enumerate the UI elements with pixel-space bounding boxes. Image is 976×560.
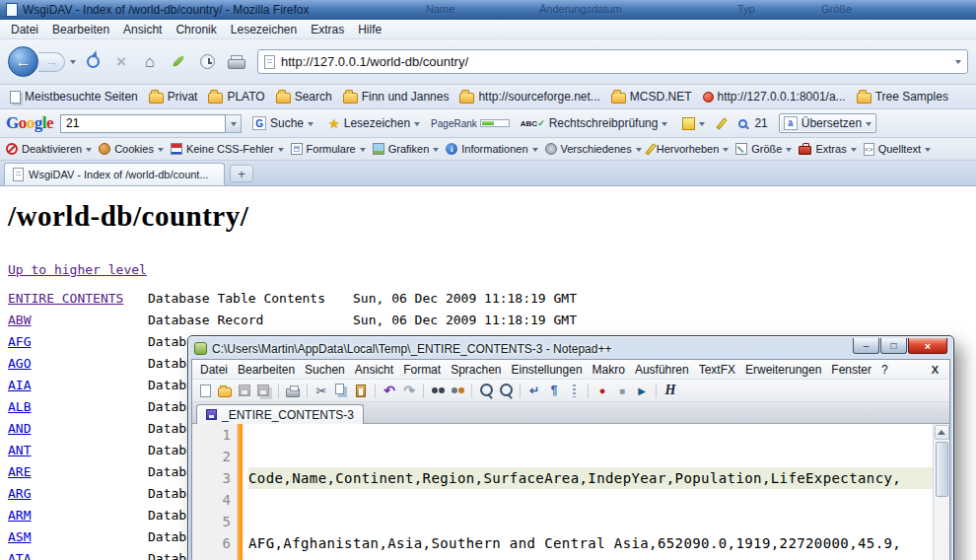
url-bar[interactable]: http://127.0.0.1/world-db/country/ — [257, 49, 968, 74]
history-dropdown-icon[interactable] — [70, 60, 76, 67]
notepadpp-titlebar[interactable]: C:\Users\Martin\AppData\Local\Temp\_ENTI… — [191, 338, 950, 359]
replace-button[interactable] — [449, 382, 466, 399]
np-menu-erweiterungen[interactable]: Erweiterungen — [740, 361, 826, 379]
bookmark-folder-privat[interactable]: Privat — [145, 88, 202, 105]
back-button[interactable] — [8, 46, 38, 77]
close-button[interactable]: × — [908, 338, 947, 354]
autofill-button[interactable] — [678, 115, 709, 132]
webdev-hervorheben[interactable]: Hervorheben — [649, 143, 730, 156]
open-file-button[interactable] — [216, 382, 234, 399]
bookmark-folder-plato[interactable]: PLATO — [204, 88, 268, 105]
entry-link[interactable]: ASM — [8, 529, 31, 544]
entry-link[interactable]: AND — [8, 421, 31, 436]
menu-datei[interactable]: Datei — [4, 21, 45, 38]
np-menu-makro[interactable]: Makro — [588, 361, 630, 379]
record-macro-button[interactable] — [593, 382, 611, 399]
maximize-button[interactable]: □ — [880, 338, 907, 354]
editor-area[interactable]: 1 2 3 4 5 6 Code,Name,Continent,Region,S… — [192, 424, 949, 560]
history-clock-button[interactable] — [195, 50, 219, 74]
vertical-scrollbar[interactable] — [933, 424, 949, 560]
menu-extras[interactable]: Extras — [304, 21, 351, 38]
entry-link[interactable]: AFG — [8, 334, 31, 349]
webdev-informationen[interactable]: iInformationen — [446, 143, 537, 155]
np-menu-textfx[interactable]: TextFX — [694, 361, 740, 379]
show-all-chars-button[interactable] — [545, 382, 563, 399]
google-search-dropdown[interactable] — [226, 114, 242, 133]
redo-button[interactable] — [400, 382, 418, 399]
menu-bearbeiten[interactable]: Bearbeiten — [45, 21, 116, 38]
google-search-button[interactable]: GSuche — [248, 114, 317, 132]
np-menu-help[interactable]: ? — [876, 361, 893, 379]
document-tab[interactable]: _ENTIRE_CONTENTS-3 — [196, 404, 364, 424]
highlighter-button[interactable] — [716, 115, 728, 132]
paste-button[interactable] — [352, 382, 370, 399]
webdev-cookies[interactable]: Cookies — [99, 143, 164, 155]
np-menubar-close[interactable]: X — [924, 364, 946, 376]
entry-link[interactable]: ATA — [8, 551, 31, 560]
webdev-css[interactable]: Keine CSS-Fehler — [171, 143, 284, 155]
webdev-verschiedenes[interactable]: Verschiedenes — [545, 143, 642, 155]
webdev-groesse[interactable]: Größe — [735, 143, 792, 155]
bookmark-localhost-8001[interactable]: http://127.0.0.1:8001/a... — [699, 88, 850, 105]
scroll-up-button[interactable] — [935, 425, 949, 440]
reload-button[interactable] — [81, 50, 105, 74]
copy-button[interactable] — [332, 382, 350, 399]
feather-addon-button[interactable] — [167, 50, 190, 74]
new-file-button[interactable] — [196, 382, 214, 399]
entry-link[interactable]: AGO — [8, 356, 31, 371]
play-macro-button[interactable] — [633, 382, 651, 399]
np-menu-sprachen[interactable]: Sprachen — [446, 361, 506, 379]
cut-button[interactable] — [313, 382, 330, 399]
tab-wsgidav[interactable]: WsgiDAV - Index of /world-db/count... — [4, 163, 225, 185]
menu-ansicht[interactable]: Ansicht — [116, 21, 169, 38]
webdev-formulare[interactable]: Formulare — [291, 143, 366, 155]
code-text[interactable]: Code,Name,Continent,Region,SurfaceArea,I… — [243, 424, 933, 560]
np-menu-bearbeiten[interactable]: Bearbeiten — [233, 361, 300, 379]
firefox-titlebar[interactable]: WsgiDAV - Index of /world-db/country/ - … — [0, 0, 976, 20]
np-menu-einstellungen[interactable]: Einstellungen — [507, 361, 588, 379]
forward-button[interactable] — [38, 52, 65, 72]
bookmark-folder-sourceforge[interactable]: http://sourceforge.net... — [455, 88, 603, 105]
find-button[interactable] — [429, 382, 447, 399]
entry-link[interactable]: ARG — [8, 486, 31, 501]
translate-button[interactable]: äÜbersetzen — [779, 113, 876, 133]
entry-link[interactable]: ARM — [8, 508, 31, 523]
webdev-deaktivieren[interactable]: Deaktivieren — [6, 143, 92, 155]
function-list-button[interactable] — [662, 382, 679, 399]
code-line[interactable]: AFG,Afghanistan,Asia,Southern and Centra… — [248, 532, 933, 554]
code-line[interactable]: Code,Name,Continent,Region,SurfaceArea,I… — [248, 467, 933, 489]
save-button[interactable] — [236, 382, 253, 399]
entry-link[interactable]: ARE — [8, 464, 31, 479]
minimize-button[interactable]: – — [853, 338, 879, 354]
stop-macro-button[interactable] — [613, 382, 631, 399]
np-menu-suchen[interactable]: Suchen — [300, 361, 350, 379]
undo-button[interactable] — [381, 382, 398, 399]
entry-link[interactable]: AIA — [8, 378, 31, 392]
new-tab-button[interactable]: + — [230, 165, 253, 182]
url-dropdown-icon[interactable] — [955, 60, 961, 67]
bookmark-folder-finn-und-jannes[interactable]: Finn und Jannes — [339, 88, 453, 105]
menu-chronik[interactable]: Chronik — [169, 21, 223, 38]
print-button[interactable] — [284, 382, 302, 399]
np-menu-fenster[interactable]: Fenster — [826, 361, 876, 379]
np-menu-ausfuehren[interactable]: Ausführen — [630, 361, 694, 379]
webdev-grafiken[interactable]: Grafiken — [373, 143, 440, 155]
entry-link[interactable]: ALB — [8, 399, 31, 414]
menu-hilfe[interactable]: Hilfe — [351, 21, 388, 38]
np-menu-ansicht[interactable]: Ansicht — [350, 361, 398, 379]
menu-lesezeichen[interactable]: Lesezeichen — [224, 21, 304, 38]
bookmark-folder-tree-samples[interactable]: Tree Samples — [853, 88, 952, 105]
zoom-in-button[interactable] — [477, 382, 495, 399]
word-find-button[interactable]: 21 — [734, 114, 771, 132]
np-menu-format[interactable]: Format — [398, 361, 446, 379]
spellcheck-button[interactable]: ABCRechtschreibprüfung — [517, 114, 672, 132]
bookmark-most-visited[interactable]: Meistbesuchte Seiten — [6, 88, 142, 105]
print-button[interactable] — [224, 50, 247, 74]
home-button[interactable] — [138, 50, 162, 74]
webdev-extras[interactable]: Extras — [799, 143, 856, 155]
bookmark-folder-mcsd[interactable]: MCSD.NET — [607, 88, 696, 105]
word-wrap-button[interactable] — [525, 382, 543, 399]
entry-link[interactable]: ENTIRE CONTENTS — [8, 291, 123, 306]
np-menu-datei[interactable]: Datei — [195, 361, 233, 379]
up-to-higher-level-link[interactable]: Up to higher level — [8, 259, 147, 281]
